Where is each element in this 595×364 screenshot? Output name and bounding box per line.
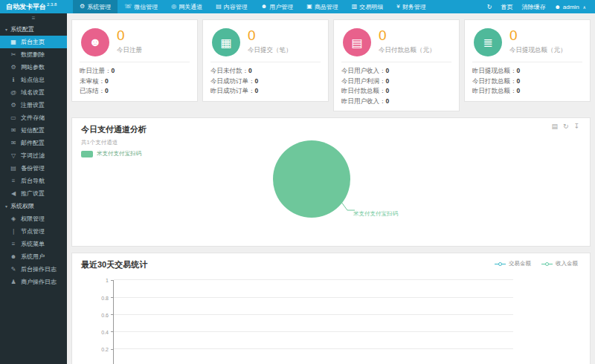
sidebar-item-file-storage[interactable]: ▭文件存储 [0, 111, 67, 124]
sidebar-item-site-params[interactable]: ⚙网站参数 [0, 61, 67, 74]
stat-detail-row: 昨日用户收入：0 [341, 97, 451, 107]
stat-label: 今日提现总额（元） [509, 46, 567, 55]
globe-icon: @ [10, 90, 17, 96]
topnav-item-system[interactable]: ⚙系统管理 [73, 0, 118, 13]
sidebar-item-label: 注册设置 [21, 101, 45, 109]
stat-card-header: ▦0今日提交（笔） [210, 26, 321, 56]
stat-detail-value: 0 [105, 87, 109, 94]
stat-detail-label: 昨日用户收入： [341, 97, 386, 105]
stat-detail-row: 昨日提现总额：0 [472, 66, 582, 77]
caret-down-icon: ▾ [5, 27, 7, 32]
pie-legend-item[interactable]: 米支付支付宝扫码 [81, 150, 141, 157]
sidebar-item-label: 站点信息 [21, 76, 45, 84]
y-axis-label: 1 [106, 278, 109, 283]
topbar-clear-cache[interactable]: 清除缓存 [521, 3, 545, 11]
topnav-item-finance[interactable]: ¥财务管理 [390, 0, 432, 13]
data-view-icon[interactable]: ▤ [551, 123, 558, 130]
legend-swatch [81, 151, 93, 157]
megaphone-icon: ◀ [10, 191, 17, 197]
sidebar-item-label: 后台操作日志 [21, 265, 57, 273]
sidebar-group-config[interactable]: ▾系统配置 [0, 23, 67, 36]
line-legend-label: 交易金额 [509, 260, 531, 267]
sidebar-item-admin-nav[interactable]: ≡后台导航 [0, 175, 67, 187]
gear-icon: ⚙ [10, 65, 17, 71]
topnav-item-content[interactable]: ▤内容管理 [209, 0, 254, 13]
sidebar-item-label: 系统菜单 [21, 240, 45, 248]
sidebar-item-merchant-log[interactable]: ♟商户操作日志 [0, 276, 67, 288]
plot-gridline [114, 331, 513, 332]
stat-detail-value: 0 [386, 87, 390, 94]
app-logo[interactable]: 自动发卡平台2.3.8 [0, 2, 73, 12]
stat-detail-label: 未审核： [80, 77, 105, 85]
sidebar-item-label: 推广设置 [21, 189, 45, 198]
node-icon: ∣ [10, 229, 17, 235]
wechat-icon: ☏ [124, 4, 132, 10]
sidebar-item-mail-config[interactable]: ✉邮件配置 [0, 137, 67, 149]
stat-detail-value: 0 [386, 77, 390, 85]
pie-panel: 今日支付通道分析 ▤↻↧ 共1个支付通道 米支付支付宝扫码 米支付支付宝扫码 [71, 117, 591, 247]
sidebar-item-system-user[interactable]: ☻系统用户 [0, 250, 67, 263]
refresh-icon: ↻ [487, 4, 492, 10]
sidebar-item-dashboard[interactable]: ▦后台主页 [0, 36, 67, 48]
sidebar-item-permission[interactable]: ◈权限管理 [0, 212, 67, 225]
lock-icon: ◈ [10, 216, 17, 222]
stat-detail-row: 今日未付款：0 [210, 66, 321, 77]
y-axis-label: 0.6 [101, 313, 109, 318]
sidebar-item-label: 域名设置 [21, 88, 45, 97]
topbar-right: ↻首页清除缓存☻admin∧ [487, 3, 595, 11]
sidebar-collapse-icon[interactable]: ≡ [0, 13, 67, 23]
topnav-item-gateway[interactable]: ◎网关通道 [164, 0, 209, 13]
stat-value: 0 [117, 28, 142, 44]
stat-icon-circle: ≣ [474, 28, 502, 56]
caret-up-icon: ∧ [583, 4, 586, 10]
stat-detail-value: 0 [105, 77, 109, 85]
sidebar-item-domain-settings[interactable]: @域名设置 [0, 86, 67, 99]
stat-detail-label: 昨日注册： [80, 67, 112, 74]
gateway-icon: ◎ [171, 4, 176, 10]
sidebar-item-register-settings[interactable]: ⚙注册设置 [0, 99, 67, 111]
bar-chart-icon: ▥ [352, 4, 358, 10]
y-axis-tick [111, 349, 114, 350]
chart-toolbox: ▤↻↧ [551, 123, 579, 130]
caret-down-icon: ▾ [5, 204, 7, 209]
sidebar-item-admin-log[interactable]: ✎后台操作日志 [0, 263, 67, 276]
stat-detail-label: 今日打款总额： [472, 77, 517, 85]
person-icon: ♟ [10, 279, 17, 285]
sidebar-item-system-menu[interactable]: ≡系统菜单 [0, 238, 67, 250]
stat-value: 0 [379, 28, 436, 44]
sidebar-item-site-info[interactable]: ℹ站点信息 [0, 74, 67, 86]
sidebar-item-backup[interactable]: ▤备份管理 [0, 162, 67, 175]
sidebar-item-promotion[interactable]: ◀推广设置 [0, 187, 67, 200]
topbar-clear-cache-label: 清除缓存 [521, 3, 545, 11]
stat-detail-value: 0 [112, 67, 115, 74]
topnav-item-goods[interactable]: ▣商品管理 [300, 0, 345, 13]
refresh-icon[interactable]: ↻ [563, 123, 569, 130]
y-axis-label: 0.8 [101, 296, 109, 301]
stat-detail-label: 昨日付款总额： [341, 87, 386, 94]
sidebar-item-word-filter[interactable]: ▽字词过滤 [0, 149, 67, 162]
topnav-item-user[interactable]: ☻用户管理 [254, 0, 300, 13]
y-axis-tick [111, 297, 114, 298]
topbar-admin-user[interactable]: ☻admin∧ [554, 4, 586, 10]
topnav-item-wechat[interactable]: ☏微信管理 [118, 0, 164, 13]
dashboard-icon: ▦ [10, 39, 17, 45]
legend-line-marker [495, 261, 506, 267]
sidebar-group-auth[interactable]: ▾系统权限 [0, 200, 67, 212]
line-legend-item-trade[interactable]: 交易金额 [495, 260, 531, 267]
topbar-refresh[interactable]: ↻ [487, 4, 492, 10]
line-legend-item-income[interactable]: 收入金额 [541, 260, 578, 267]
sidebar-item-sms-config[interactable]: ✉短信配置 [0, 124, 67, 137]
menu-icon: ≡ [10, 241, 17, 247]
topbar-home[interactable]: 首页 [501, 3, 512, 11]
sidebar-item-data-delete[interactable]: ✂数据删除 [0, 48, 67, 61]
sidebar: ≡ ▾系统配置▦后台主页✂数据删除⚙网站参数ℹ站点信息@域名设置⚙注册设置▭文件… [0, 13, 67, 364]
gear-icon: ⚙ [80, 4, 85, 10]
stat-card-today-register: ☻0今日注册昨日注册：0未审核：0已冻结：0 [71, 19, 198, 102]
stat-icon-circle: ▦ [212, 28, 240, 56]
topnav-item-trade[interactable]: ▥交易明细 [345, 0, 390, 13]
stat-value: 0 [248, 28, 292, 44]
plot-gridline [114, 348, 513, 349]
stat-detail-value: 0 [517, 87, 521, 94]
sidebar-item-node[interactable]: ∣节点管理 [0, 225, 67, 238]
download-icon[interactable]: ↧ [573, 123, 579, 130]
